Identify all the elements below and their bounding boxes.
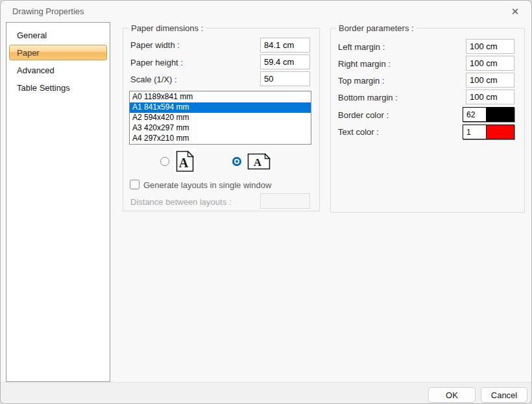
border-parameters-group: Border parameters : Left margin : Right … bbox=[330, 28, 525, 213]
generate-layouts-label: Generate layouts in single window bbox=[143, 180, 271, 190]
left-margin-label: Left margin : bbox=[338, 42, 385, 52]
dialog-footer: OK Cancel bbox=[1, 382, 531, 404]
scale-label: Scale (1/X) : bbox=[130, 75, 177, 84]
category-sidebar: General Paper Advanced Table Settings bbox=[6, 22, 110, 382]
landscape-page-icon[interactable]: A bbox=[246, 152, 272, 171]
generate-layouts-checkbox[interactable] bbox=[130, 180, 139, 189]
border-color-index[interactable]: 62 bbox=[463, 108, 487, 121]
text-color-picker[interactable]: 1 bbox=[463, 125, 514, 139]
group-title: Border parameters : bbox=[336, 23, 417, 33]
distance-input bbox=[260, 193, 310, 209]
svg-text:A: A bbox=[254, 156, 262, 169]
sidebar-item-paper[interactable]: Paper bbox=[9, 45, 107, 60]
paper-width-label: Paper width : bbox=[130, 40, 180, 50]
left-margin-input[interactable] bbox=[466, 39, 514, 54]
drawing-properties-dialog: Drawing Properties ✕ General Paper Advan… bbox=[0, 0, 532, 404]
paper-size-option[interactable]: A2 594x420 mm bbox=[130, 113, 311, 123]
text-color-index[interactable]: 1 bbox=[463, 125, 487, 139]
title-bar: Drawing Properties ✕ bbox=[1, 1, 531, 22]
portrait-radio[interactable] bbox=[160, 157, 169, 166]
svg-text:A: A bbox=[179, 156, 189, 170]
paper-size-listbox[interactable]: A0 1189x841 mm A1 841x594 mm A2 594x420 … bbox=[129, 91, 311, 145]
paper-height-input[interactable] bbox=[260, 54, 310, 69]
ok-button[interactable]: OK bbox=[428, 387, 476, 403]
paper-size-option[interactable]: A0 1189x841 mm bbox=[130, 92, 311, 102]
paper-size-option[interactable]: A3 420x297 mm bbox=[130, 123, 311, 134]
right-margin-label: Right margin : bbox=[338, 59, 391, 69]
group-title: Paper dimensions : bbox=[128, 23, 206, 33]
cancel-button[interactable]: Cancel bbox=[481, 387, 527, 403]
paper-height-label: Paper height : bbox=[130, 58, 183, 67]
border-color-label: Border color : bbox=[338, 110, 389, 120]
paper-width-input[interactable] bbox=[260, 38, 310, 53]
sidebar-item-advanced[interactable]: Advanced bbox=[9, 62, 107, 78]
distance-label: Distance between layouts : bbox=[130, 197, 231, 207]
sidebar-item-general[interactable]: General bbox=[9, 27, 107, 43]
sidebar-item-table-settings[interactable]: Table Settings bbox=[9, 80, 107, 95]
paper-size-option[interactable]: A4 297x210 mm bbox=[130, 134, 311, 144]
scale-input[interactable] bbox=[260, 71, 310, 86]
border-color-swatch[interactable] bbox=[487, 108, 514, 121]
text-color-label: Text color : bbox=[338, 127, 379, 137]
paper-dimensions-group: Paper dimensions : Paper width : Paper h… bbox=[123, 28, 320, 211]
portrait-page-icon[interactable]: A bbox=[174, 149, 196, 174]
landscape-radio[interactable] bbox=[232, 157, 241, 166]
text-color-swatch[interactable] bbox=[487, 125, 514, 139]
top-margin-label: Top margin : bbox=[338, 76, 385, 86]
border-color-picker[interactable]: 62 bbox=[463, 107, 514, 122]
bottom-margin-input[interactable] bbox=[466, 89, 514, 104]
top-margin-input[interactable] bbox=[466, 73, 514, 88]
close-icon[interactable]: ✕ bbox=[505, 3, 525, 20]
bottom-margin-label: Bottom margin : bbox=[338, 93, 398, 102]
dialog-title: Drawing Properties bbox=[12, 6, 84, 16]
right-margin-input[interactable] bbox=[466, 56, 514, 71]
paper-size-option[interactable]: A1 841x594 mm bbox=[130, 102, 311, 113]
